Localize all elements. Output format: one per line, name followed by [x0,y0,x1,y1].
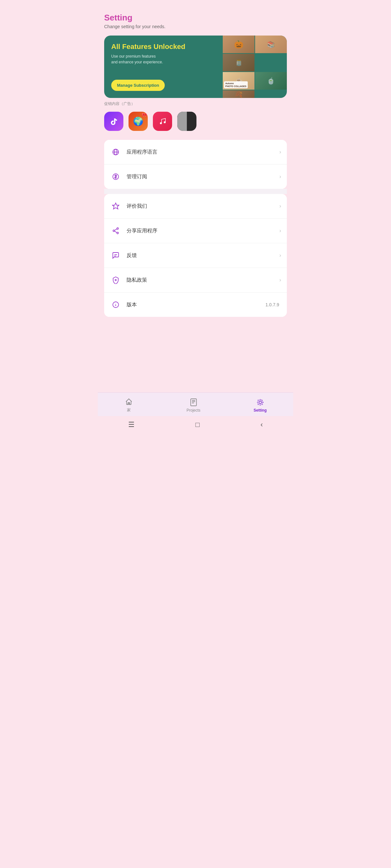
rate-label: 评价我们 [127,203,279,210]
share-label: 分享应用程序 [127,227,279,234]
svg-point-8 [117,232,119,234]
privacy-label: 隐私政策 [127,277,279,284]
chevron-icon: › [279,228,281,234]
svg-rect-17 [128,403,130,404]
banner-img-3: 🫙 [223,54,254,71]
svg-line-10 [115,231,117,232]
app-icon-apple-music[interactable] [153,112,172,131]
chevron-icon: › [279,174,281,180]
nav-item-home[interactable]: 家 [118,396,140,414]
main-content: Setting Change setting for your needs. A… [98,0,293,393]
page-title: Setting [104,13,287,23]
autumn-label: AutumnPHOTO COLLAGES [224,81,248,88]
app-icon-tiktok[interactable] [104,112,123,131]
page-wrapper: Setting Change setting for your needs. A… [98,0,293,434]
app-icon-world[interactable]: 🎀 🌍 [129,112,148,131]
svg-point-6 [117,228,119,229]
banner-img-1: 🎃 [223,35,254,53]
banner-images: 🎃 📚 🫙 ☕ AutumnPHOTO COLLAGES 🍵 🍂 [223,35,287,98]
banner-title: All Features Unlocked [111,42,216,51]
banner-img-4: ☕ AutumnPHOTO COLLAGES [223,72,254,90]
chevron-icon: › [279,252,281,258]
banner-img-2: 📚 [255,35,287,53]
settings-item-share[interactable]: 分享应用程序 › [104,219,287,243]
svg-point-1 [164,121,166,123]
settings-item-subscription[interactable]: 管理订阅 › [104,164,287,189]
language-label: 应用程序语言 [127,149,279,156]
settings-section-bottom: 评价我们 › 分享应用程序 › [104,194,287,317]
svg-line-9 [115,229,117,230]
premium-banner: All Features Unlocked Use our premium fe… [104,35,287,98]
promo-label: 促销内容（广告） [104,101,287,106]
home-button[interactable]: □ [196,421,200,429]
menu-button[interactable]: ☰ [128,421,135,429]
subscription-label: 管理订阅 [127,174,279,180]
banner-img-5: 🍵 [255,72,287,90]
chevron-icon: › [279,203,281,209]
svg-point-0 [160,122,162,124]
back-button[interactable]: ‹ [260,421,263,429]
settings-item-rate[interactable]: 评价我们 › [104,194,287,219]
svg-rect-18 [191,399,196,406]
dollar-icon [110,171,121,182]
svg-marker-5 [112,203,119,209]
svg-point-7 [113,230,115,232]
home-icon [124,397,133,406]
nav-item-setting[interactable]: Setting [247,397,273,414]
share-icon [110,225,121,237]
banner-img-6: 🍂 [223,90,254,98]
svg-point-20 [258,400,263,405]
settings-item-version: 版本 1.0.7.9 [104,292,287,317]
shield-icon [110,274,121,286]
svg-point-13 [115,279,116,281]
file-icon [189,398,198,407]
system-navigation: ☰ □ ‹ [98,416,293,434]
gear-icon [256,398,265,407]
app-icons-row: 🎀 🌍 [104,112,287,131]
manage-subscription-button[interactable]: Manage Subscription [111,80,165,91]
chevron-icon: › [279,277,281,283]
bottom-spacer [104,317,287,342]
nav-label-projects: Projects [187,408,200,412]
nav-label-setting: Setting [253,408,267,412]
settings-item-feedback[interactable]: 反馈 › [104,243,287,268]
settings-section-top: 应用程序语言 › 管理订阅 › [104,140,287,189]
ribbon-icon: 🎀 [142,112,147,118]
message-icon [110,250,121,261]
chevron-icon: › [279,149,281,155]
star-icon [110,200,121,212]
svg-point-19 [259,401,261,404]
version-label: 版本 [127,302,266,308]
page-subtitle: Change setting for your needs. [104,24,287,29]
nav-item-projects[interactable]: Projects [180,397,207,414]
banner-left: All Features Unlocked Use our premium fe… [104,35,223,98]
settings-item-privacy[interactable]: 隐私政策 › [104,268,287,292]
app-icon-default[interactable] [177,112,196,131]
bottom-navigation: 家 Projects Setting [98,393,293,416]
divider [104,189,287,194]
version-value: 1.0.7.9 [266,302,279,307]
info-icon [110,299,121,310]
feedback-label: 反馈 [127,252,279,259]
settings-item-language[interactable]: 应用程序语言 › [104,140,287,164]
nav-label-home: 家 [127,407,131,413]
banner-description: Use our premium featuresand enhance your… [111,54,216,65]
globe-icon [110,146,121,158]
